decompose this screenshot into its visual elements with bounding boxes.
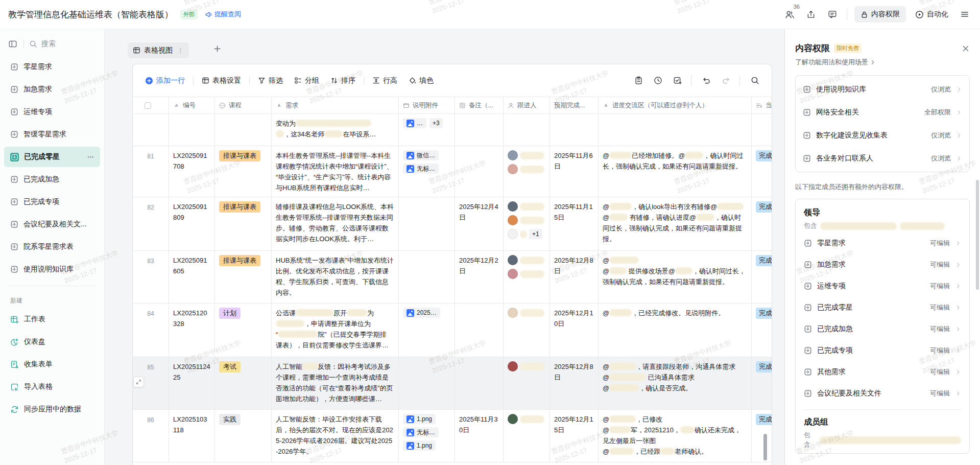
attachment-chip[interactable]: 无标… bbox=[403, 427, 439, 437]
column-header-due-date[interactable]: 预期完成... bbox=[550, 97, 599, 113]
cell-progress[interactable]: @已经增加辅修。@，确认时间过长，强制确认完成，如果还有问题请重新提报。 bbox=[599, 146, 752, 197]
attachment-chip[interactable]: 1.png bbox=[403, 414, 436, 424]
row-number[interactable]: 81 bbox=[133, 146, 169, 197]
filter-button[interactable]: 筛选 bbox=[258, 76, 283, 85]
sidebar-item-8[interactable]: 院系零星需求表 bbox=[4, 237, 100, 257]
cell-due-date[interactable]: 2025年11月6日 bbox=[550, 146, 599, 197]
column-header-follower[interactable]: 跟进人 bbox=[504, 97, 550, 113]
cell-remark[interactable]: 2025年12月4日 bbox=[455, 197, 504, 250]
select-all-checkbox[interactable] bbox=[145, 102, 151, 109]
cell-follower[interactable] bbox=[504, 357, 550, 409]
cell-progress[interactable]: @，确认look导出有没有辅修@@ 有辅修，请确认进度@，确认时间过长，强制确认… bbox=[599, 197, 752, 250]
panel-shared-item-1[interactable]: 网络安全相关全部权限 bbox=[803, 101, 962, 124]
content-permission-button[interactable]: 内容权限 bbox=[854, 6, 906, 22]
sidebar-create-3[interactable]: 导入表格 bbox=[4, 377, 100, 397]
group-button[interactable]: 分组 bbox=[294, 76, 319, 85]
cell-status[interactable]: 完成 bbox=[752, 197, 772, 250]
panel-group-item-1[interactable]: 加急需求可编辑 bbox=[804, 254, 961, 275]
undo-button[interactable] bbox=[700, 74, 713, 87]
sidebar-create-1[interactable]: 仪表盘 bbox=[4, 332, 100, 352]
cell-remark[interactable] bbox=[455, 146, 504, 197]
cell-attachments[interactable]: 2025… bbox=[399, 304, 455, 357]
cell-attachments[interactable] bbox=[399, 251, 455, 303]
cell-attachments[interactable] bbox=[399, 197, 455, 250]
cell-requirement[interactable]: 人工智能反馈：因补考考试涉及多个课程，需要增加一个查询补考成绩是否激活的功能（可… bbox=[272, 357, 399, 409]
column-header-progress[interactable]: A进度交流区（可以通过@到个人） bbox=[599, 97, 752, 113]
sidebar-item-1[interactable]: 加急需求 bbox=[4, 79, 100, 100]
cell-requirement[interactable]: 本科生教务管理系统--排课管理--本科生课程教学情况统计表中增加“课程设计”、“… bbox=[272, 146, 399, 197]
cell-requirement[interactable]: 公选课原开为，申请调整开课单位为“院”（已提交春季学期排课表），目前仅需要修改学… bbox=[272, 304, 399, 357]
cell-course[interactable]: 排课与课表 bbox=[215, 197, 272, 250]
cell-progress[interactable]: @，已修改@军，20251210，确认还未完成，见左侧最后一张图@，已经跟老师确… bbox=[599, 410, 752, 462]
add-row-button[interactable]: 添加一行 bbox=[145, 76, 185, 85]
attachment-chip[interactable]: 2025… bbox=[403, 308, 440, 318]
column-header-attachments[interactable]: 说明附件 bbox=[399, 97, 455, 113]
cell-remark[interactable] bbox=[455, 304, 504, 357]
search-input[interactable]: 搜索 bbox=[41, 39, 56, 49]
cell-attachments[interactable]: …+3 bbox=[399, 114, 455, 146]
cell-course[interactable]: 排课与课表 bbox=[215, 251, 272, 303]
search-in-table-button[interactable] bbox=[748, 74, 761, 87]
sidebar-item-4[interactable]: 已完成零星⋯ bbox=[4, 147, 100, 167]
cell-progress[interactable]: @，已经完成修改。见说明附件。 bbox=[599, 304, 752, 357]
row-number[interactable]: 86 bbox=[133, 410, 169, 462]
add-view-button[interactable] bbox=[213, 44, 222, 53]
cell-remark[interactable]: 2025年11月30日 bbox=[455, 410, 504, 462]
cell-remark[interactable] bbox=[455, 114, 504, 146]
panel-scrollbar[interactable] bbox=[976, 180, 979, 290]
sidebar-item-7[interactable]: 会议纪要及相关文... bbox=[4, 214, 100, 235]
sidebar-item-2[interactable]: 运维专项 bbox=[4, 102, 100, 122]
cell-remark[interactable] bbox=[455, 357, 504, 409]
cell-follower[interactable]: +1 bbox=[504, 197, 550, 250]
cell-due-date[interactable]: 2025年12月8日 bbox=[550, 251, 599, 303]
panel-shared-item-0[interactable]: 使用说明知识库仅浏览 bbox=[803, 78, 962, 101]
menu-button[interactable] bbox=[958, 7, 972, 21]
cell-status[interactable]: 完成 bbox=[752, 357, 772, 409]
row-number[interactable]: 83 bbox=[133, 251, 169, 303]
share-button[interactable] bbox=[804, 7, 818, 21]
sidebar-item-5[interactable]: 已完成加急 bbox=[4, 169, 100, 190]
sidebar-item-9[interactable]: 使用说明知识库 bbox=[4, 259, 100, 280]
remind-review-button[interactable]: 提醒查阅 bbox=[205, 10, 241, 19]
column-header-remark[interactable]: 备注（... bbox=[455, 97, 504, 113]
fill-color-button[interactable]: 填色 bbox=[409, 76, 434, 85]
panel-group-item-5[interactable]: 已完成专项可编辑 bbox=[804, 340, 961, 361]
attachment-chip[interactable]: 微信… bbox=[403, 150, 439, 160]
panel-group-item-0[interactable]: 零星需求可编辑 bbox=[804, 232, 961, 254]
column-header-course[interactable]: 课程 bbox=[215, 97, 272, 113]
panel-group-item-4[interactable]: 已完成加急可编辑 bbox=[804, 318, 961, 340]
cell-course[interactable]: 实践 bbox=[215, 410, 272, 462]
column-header-row-gutter[interactable] bbox=[133, 97, 169, 113]
cell-progress[interactable]: @@ 提供修改场景@，确认时间过长，强制确认完成，如果还有问题请重新提报。 bbox=[599, 251, 752, 303]
cell-status[interactable] bbox=[752, 114, 772, 146]
cell-due-date[interactable] bbox=[550, 114, 599, 146]
cell-attachments[interactable]: 1.png无标…1.png bbox=[399, 410, 455, 462]
attachment-chip[interactable]: … bbox=[403, 118, 426, 128]
row-number[interactable]: 85 bbox=[133, 357, 169, 409]
column-header-id[interactable]: A编号 bbox=[169, 97, 215, 113]
cell-course[interactable]: 计划 bbox=[215, 304, 272, 357]
tab-grid-view[interactable]: 表格视图 ⋮ bbox=[128, 42, 189, 58]
cell-follower[interactable] bbox=[504, 114, 550, 146]
column-header-requirement[interactable]: A需求 bbox=[272, 97, 399, 113]
cell-status[interactable]: 完成 bbox=[752, 251, 772, 303]
follower-more-badge[interactable]: +1 bbox=[529, 229, 542, 239]
cell-progress[interactable] bbox=[599, 114, 752, 146]
cell-due-date[interactable]: 2025年11月15日 bbox=[550, 197, 599, 250]
cell-status[interactable]: 完成 bbox=[752, 410, 772, 462]
table-scrollbar[interactable] bbox=[763, 434, 767, 460]
close-panel-button[interactable] bbox=[962, 44, 970, 53]
cell-id[interactable]: LX2025091605 bbox=[169, 251, 215, 303]
cell-due-date[interactable]: 2025年12月8日 bbox=[550, 357, 599, 409]
cell-id[interactable]: LX2025103118 bbox=[169, 410, 215, 462]
sort-button[interactable]: 排序 bbox=[330, 76, 355, 85]
automation-button[interactable]: 自动化 bbox=[915, 10, 948, 19]
cell-requirement[interactable]: HUB系统“统一发布课表”中增加发布统计比例。优化发布不成功信息，按开课课程、学… bbox=[272, 251, 399, 303]
cell-follower[interactable] bbox=[504, 146, 550, 197]
panel-shared-item-2[interactable]: 数字化建设意见收集表仅浏览 bbox=[803, 124, 962, 147]
sidebar-item-0[interactable]: 零星需求 bbox=[4, 57, 100, 77]
column-header-status[interactable]: 当前 bbox=[752, 97, 772, 113]
collapse-sidebar-button[interactable] bbox=[7, 38, 18, 50]
cell-id[interactable]: LX2025091708 bbox=[169, 146, 215, 197]
sidebar-create-0[interactable]: 工作表 bbox=[4, 309, 100, 330]
